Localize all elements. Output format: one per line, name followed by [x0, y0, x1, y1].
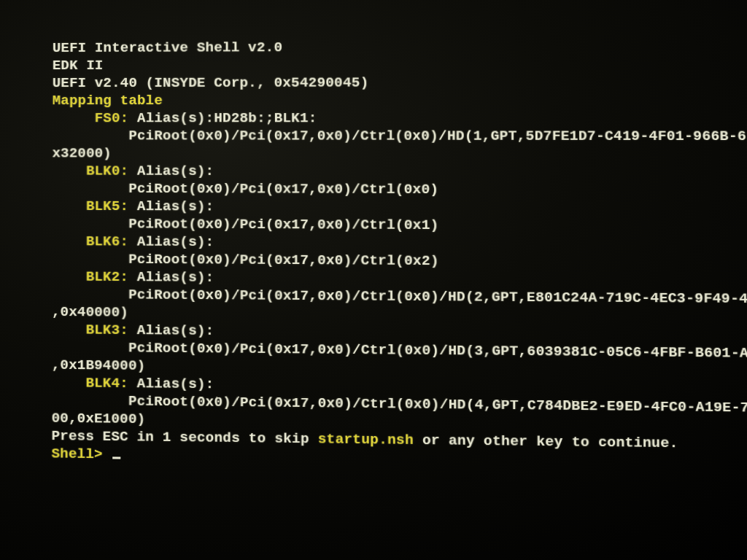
- header-line-1: UEFI Interactive Shell v2.0: [53, 39, 282, 56]
- uefi-shell-screen[interactable]: UEFI Interactive Shell v2.0 EDK II UEFI …: [52, 20, 747, 472]
- blk5-alias: Alias(s):: [128, 198, 214, 215]
- blk2-path: PciRoot(0x0)/Pci(0x17,0x0)/Ctrl(0x0)/HD(…: [52, 287, 747, 308]
- blk6-label: BLK6:: [52, 233, 128, 250]
- blk3-label: BLK3:: [52, 322, 128, 338]
- blk6-path: PciRoot(0x0)/Pci(0x17,0x0)/Ctrl(0x2): [52, 251, 439, 269]
- cursor-icon: [112, 456, 120, 459]
- fs0-path: PciRoot(0x0)/Pci(0x17,0x0)/Ctrl(0x0)/HD(…: [53, 128, 747, 144]
- header-line-3: UEFI v2.40 (INSYDE Corp., 0x54290045): [53, 74, 369, 91]
- blk3-path: PciRoot(0x0)/Pci(0x17,0x0)/Ctrl(0x0)/HD(…: [52, 339, 747, 362]
- blk4-path: PciRoot(0x0)/Pci(0x17,0x0)/Ctrl(0x0)/HD(…: [52, 392, 747, 416]
- blk4-wrap: 00,0xE1000): [52, 410, 146, 427]
- fs0-label: FS0:: [53, 110, 129, 126]
- blk6-alias: Alias(s):: [128, 233, 214, 250]
- blk2-wrap: ,0x40000): [52, 304, 128, 321]
- shell-prompt[interactable]: Shell>: [52, 446, 112, 462]
- startup-prompt-post: or any other key to continue.: [414, 432, 678, 451]
- fs0-alias: Alias(s):HD28b:;BLK1:: [128, 110, 317, 126]
- blk4-alias: Alias(s):: [128, 376, 214, 393]
- fs0-wrap: x32000): [53, 145, 112, 161]
- blk0-path: PciRoot(0x0)/Pci(0x17,0x0)/Ctrl(0x0): [52, 180, 438, 198]
- blk2-label: BLK2:: [52, 268, 128, 285]
- startup-nsh-file: startup.nsh: [318, 431, 414, 448]
- blk4-label: BLK4:: [52, 375, 128, 392]
- header-line-2: EDK II: [53, 58, 104, 74]
- blk0-alias: Alias(s):: [128, 163, 214, 179]
- blk2-alias: Alias(s):: [128, 269, 214, 286]
- blk5-path: PciRoot(0x0)/Pci(0x17,0x0)/Ctrl(0x1): [52, 216, 438, 233]
- blk0-label: BLK0:: [52, 163, 128, 179]
- mapping-table-heading: Mapping table: [53, 93, 163, 109]
- blk3-wrap: ,0x1B94000): [52, 357, 146, 374]
- blk5-label: BLK5:: [52, 198, 128, 215]
- startup-prompt-pre: Press ESC in 1 seconds to skip: [52, 428, 318, 448]
- blk3-alias: Alias(s):: [128, 322, 214, 339]
